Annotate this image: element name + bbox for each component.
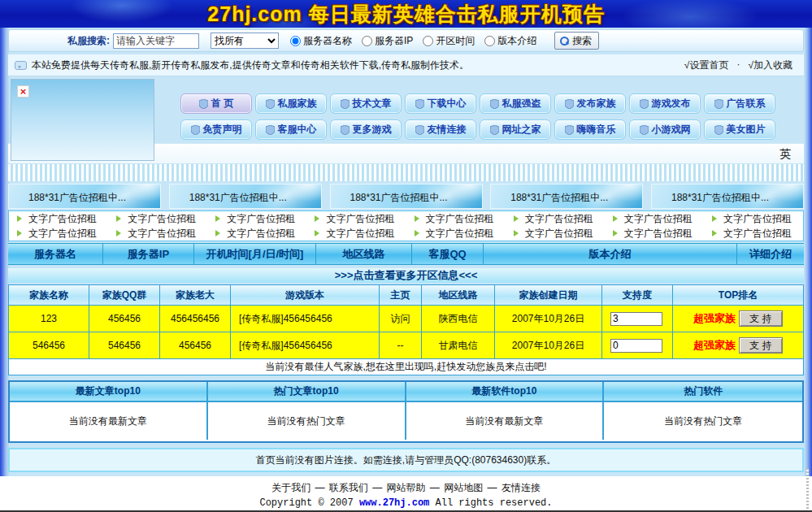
ad-banner[interactable]: 188*31广告位招租中...	[8, 184, 161, 209]
radio-server-ip-input[interactable]	[362, 36, 372, 46]
nav-beauty-pics[interactable]: 美女图片	[704, 119, 775, 140]
footer-help-link[interactable]: 网站帮助	[387, 482, 426, 493]
nav-service-center[interactable]: 客服中心	[255, 119, 327, 140]
nav-disclaimer[interactable]: 免责声明	[180, 119, 252, 140]
text-ad-label: 文字广告位招租	[723, 227, 792, 241]
shield-icon	[490, 125, 499, 135]
more-open-info-link[interactable]: >>>点击查看更多开区信息<<<	[8, 268, 804, 283]
shield-icon	[191, 125, 200, 135]
support-count-input[interactable]	[610, 339, 662, 353]
nav-download-center[interactable]: 下载中心	[405, 93, 476, 114]
stripe-decoration	[8, 164, 804, 181]
support-button[interactable]: 支 持	[739, 310, 783, 327]
footer-sitemap-link[interactable]: 网站地图	[444, 482, 483, 493]
radio-server-name-input[interactable]	[290, 36, 301, 46]
text-ad-link[interactable]: 文字广告位招租	[506, 211, 605, 226]
nav-music[interactable]: 嗨嗨音乐	[554, 119, 626, 140]
text-ad-link[interactable]: 文字广告位招租	[704, 226, 803, 241]
nav-sifu-family-label: 私服家族	[278, 97, 317, 111]
col-support: 支持度	[602, 285, 673, 306]
radio-server-name-label: 服务器名称	[303, 34, 352, 48]
add-favorite-link[interactable]: √加入收藏	[748, 59, 792, 72]
nav-sifu-qiangdao[interactable]: 私服强盗	[480, 93, 551, 114]
support-button[interactable]: 支 持	[739, 337, 783, 354]
search-button[interactable]: 搜索	[554, 32, 599, 50]
text-ad-label: 文字广告位招租	[227, 212, 295, 226]
search-radio-group: 服务器名称 服务器IP 开区时间 版本介绍	[290, 34, 546, 48]
mini-scrollbar[interactable]	[806, 468, 809, 512]
text-ad-label: 文字广告位招租	[128, 227, 196, 241]
nav-more-games[interactable]: 更多游戏	[330, 119, 402, 140]
text-ad-link[interactable]: 文字广告位招租	[704, 211, 803, 226]
text-ad-link[interactable]: 文字广告位招租	[9, 211, 108, 226]
text-ad-label: 文字广告位招租	[128, 212, 196, 226]
family-name: 546456	[9, 332, 89, 359]
text-ad-link[interactable]: 文字广告位招租	[605, 226, 704, 241]
green-arrow-icon	[712, 215, 717, 222]
text-ad-link[interactable]: 文字广告位招租	[506, 226, 605, 241]
shield-icon	[490, 99, 499, 109]
family-qq-group: 546456	[89, 332, 160, 359]
footer-about-link[interactable]: 关于我们	[271, 482, 310, 493]
footer-friendlinks-link[interactable]: 友情连接	[502, 482, 541, 493]
shield-icon	[714, 99, 723, 109]
radio-server-ip[interactable]: 服务器IP	[362, 34, 413, 48]
radio-open-time-label: 开区时间	[436, 34, 475, 48]
search-input[interactable]	[113, 33, 199, 49]
family-home-link[interactable]: 访问	[380, 306, 422, 332]
text-ad-link[interactable]: 文字广告位招租	[9, 226, 108, 241]
panel-hot-software-title: 热门软件	[604, 382, 802, 401]
text-ad-link[interactable]: 文字广告位招租	[207, 211, 306, 226]
nav-mini-games[interactable]: 小游戏网	[629, 119, 701, 140]
server-table-header: 服务器名 服务器IP 开机时间[月/日/时间] 地区线路 客服QQ 版本介绍 详…	[8, 243, 804, 265]
search-scope-select[interactable]: 找所有	[211, 33, 279, 49]
text-ad-link[interactable]: 文字广告位招租	[108, 226, 207, 241]
col-open-time: 开机时间[月/日/时间]	[194, 244, 316, 264]
ad-banner[interactable]: 188*31广告位招租中...	[490, 184, 643, 209]
nav-url-home-label: 网址之家	[502, 123, 541, 137]
family-created: 2007年10月26日	[495, 306, 602, 332]
nav-url-home[interactable]: 网址之家	[480, 119, 551, 140]
footer-contact-link[interactable]: 联系我们	[329, 482, 368, 493]
panel-bodies: 当前没有最新文章 当前没有热门文章 当前没有最新文章 当前没有热门文章	[10, 402, 802, 440]
ad-banner[interactable]: 188*31广告位招租中...	[330, 184, 483, 209]
shield-icon	[640, 99, 649, 109]
site-link[interactable]: www.27hj.com	[359, 497, 429, 509]
col-family-qq-group: 家族QQ群	[89, 285, 160, 306]
radio-open-time-input[interactable]	[423, 36, 433, 46]
col-game-version: 游戏版本	[231, 285, 380, 306]
shield-icon	[266, 99, 275, 109]
text-ad-label: 文字广告位招租	[28, 212, 97, 226]
text-ad-link[interactable]: 文字广告位招租	[406, 226, 506, 241]
shield-icon	[640, 125, 649, 135]
radio-server-name[interactable]: 服务器名称	[290, 34, 352, 48]
radio-version[interactable]: 版本介绍	[484, 34, 536, 48]
text-ad-link[interactable]: 文字广告位招租	[306, 226, 406, 241]
nav-sifu-family[interactable]: 私服家族	[255, 93, 327, 114]
nav-home[interactable]: 首 页	[180, 93, 252, 114]
text-ad-link[interactable]: 文字广告位招租	[605, 211, 704, 226]
ad-banner[interactable]: 188*31广告位招租中...	[169, 184, 322, 209]
notice-bar: 本站免费提供每天传奇私服,新开传奇私服发布,提供传奇文章和传奇相关软件下载,传奇…	[8, 54, 804, 76]
green-arrow-icon	[415, 230, 419, 236]
radio-version-input[interactable]	[484, 36, 495, 46]
col-region: 地区线路	[422, 285, 495, 306]
nav-ad-contact[interactable]: 广告联系	[704, 93, 775, 114]
nav-publish-family[interactable]: 发布家族	[554, 93, 626, 114]
radio-open-time[interactable]: 开区时间	[423, 34, 475, 48]
support-count-input[interactable]	[610, 312, 662, 326]
set-homepage-link[interactable]: √设置首页	[684, 59, 729, 72]
nav-sifu-qiangdao-label: 私服强盗	[502, 97, 541, 111]
col-created-date: 家族创建日期	[495, 285, 602, 306]
green-arrow-icon	[17, 230, 22, 236]
ad-banner[interactable]: 188*31广告位招租中...	[651, 184, 804, 209]
text-ad-link[interactable]: 文字广告位招租	[406, 211, 506, 226]
nav-tech-articles[interactable]: 技术文章	[330, 93, 402, 114]
top-rank-label: 超强家族	[693, 311, 736, 326]
text-ad-link[interactable]: 文字广告位招租	[108, 211, 207, 226]
text-ad-link[interactable]: 文字广告位招租	[306, 211, 406, 226]
nav-game-publish[interactable]: 游戏发布	[629, 93, 701, 114]
search-button-label: 搜索	[572, 34, 592, 48]
text-ad-link[interactable]: 文字广告位招租	[207, 226, 306, 241]
nav-friend-links[interactable]: 友情连接	[405, 119, 476, 140]
